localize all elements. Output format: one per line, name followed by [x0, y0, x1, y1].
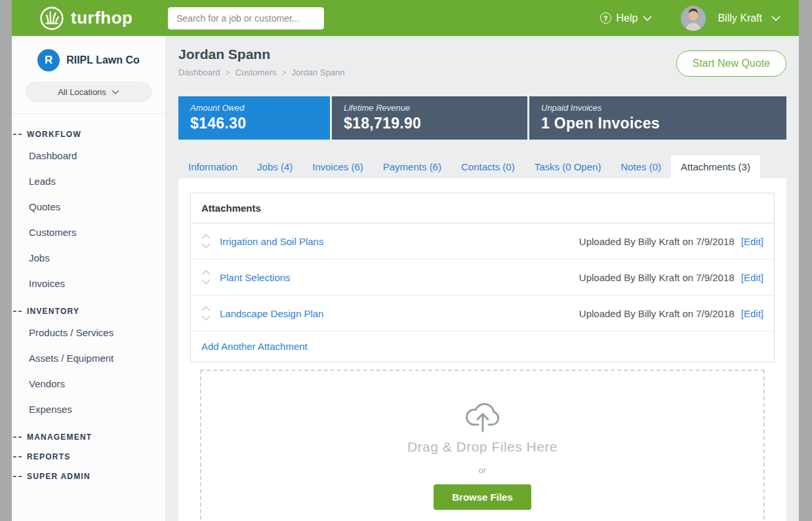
global-search	[168, 7, 324, 29]
user-menu-chevron-icon[interactable]	[771, 16, 781, 21]
breadcrumb-item[interactable]: Customers	[235, 68, 277, 77]
sidebar-section-header: MANAGEMENT	[12, 433, 165, 442]
section-dash-icon	[13, 476, 22, 477]
dropzone-or-label: or	[479, 465, 487, 475]
search-input[interactable]	[168, 7, 324, 29]
help-label: Help	[617, 12, 638, 24]
tab-notes-0[interactable]: Notes (0)	[611, 155, 671, 178]
attachment-meta: Uploaded By Billy Kraft on 7/9/2018 [Edi…	[579, 308, 763, 319]
attachment-name-link[interactable]: Irrigation and Soil Plans	[220, 236, 323, 247]
stat-box: Lifetime Revenue$18,719.90	[332, 96, 527, 140]
breadcrumb-item[interactable]: Jordan Spann	[292, 68, 345, 77]
sidebar-section-label: INVENTORY	[27, 307, 79, 316]
logo-wordmark: turfhop	[71, 8, 132, 28]
move-up-icon[interactable]	[201, 306, 211, 311]
file-dropzone[interactable]: Drag & Drop Files Here or Browse Files	[200, 370, 765, 521]
help-icon: ?	[600, 12, 611, 24]
sidebar-section-header: INVENTORY	[12, 307, 165, 316]
cloud-upload-icon	[461, 398, 504, 433]
move-down-icon[interactable]	[201, 243, 211, 248]
breadcrumb: Dashboard>Customers>Jordan Spann	[178, 68, 344, 77]
page-title: Jordan Spann	[178, 47, 344, 62]
sidebar: R RIIPL Lawn Co All Locations WORKFLOWDa…	[12, 36, 166, 521]
add-attachment-row: Add Another Attachment	[191, 332, 774, 362]
browse-files-button[interactable]: Browse Files	[434, 484, 531, 510]
sidebar-item-dashboard[interactable]: Dashboard	[12, 143, 165, 168]
tab-payments-6[interactable]: Payments (6)	[373, 155, 451, 178]
sidebar-item-jobs[interactable]: Jobs	[12, 245, 165, 271]
sidebar-item-invoices[interactable]: Invoices	[12, 271, 165, 296]
stat-box: Unpaid Invoices1 Open Invoices	[529, 96, 786, 140]
section-dash-icon	[13, 311, 22, 312]
locations-dropdown[interactable]: All Locations	[26, 82, 152, 102]
attachment-name-link[interactable]: Landscape Design Plan	[220, 308, 323, 319]
move-down-icon[interactable]	[201, 315, 211, 320]
attachment-row: Plant SelectionsUploaded By Billy Kraft …	[191, 260, 774, 296]
chevron-down-icon	[112, 90, 119, 94]
stat-value: $146.30	[190, 115, 318, 132]
reorder-handle[interactable]	[201, 306, 211, 320]
sidebar-item-leads[interactable]: Leads	[12, 168, 165, 194]
sidebar-section-label: REPORTS	[27, 452, 70, 461]
tab-attachments-3[interactable]: Attachments (3)	[671, 155, 760, 178]
sidebar-nav: WORKFLOWDashboardLeadsQuotesCustomersJob…	[12, 114, 165, 481]
sidebar-item-quotes[interactable]: Quotes	[12, 194, 165, 220]
page-header: Jordan Spann Dashboard>Customers>Jordan …	[178, 36, 786, 96]
sidebar-item-products-services[interactable]: Products / Services	[12, 320, 165, 345]
attachment-edit-link[interactable]: [Edit]	[739, 308, 763, 319]
breadcrumb-item[interactable]: Dashboard	[178, 68, 220, 77]
main-content: Jordan Spann Dashboard>Customers>Jordan …	[166, 36, 799, 521]
top-navbar: turfhop ? Help Billy Kraft	[12, 0, 799, 36]
sidebar-section-header: WORKFLOW	[12, 130, 165, 139]
breadcrumb-separator-icon: >	[281, 68, 286, 77]
reorder-handle[interactable]	[201, 270, 211, 284]
move-up-icon[interactable]	[201, 234, 211, 239]
sidebar-section-label: SUPER ADMIN	[27, 472, 91, 481]
add-another-attachment-link[interactable]: Add Another Attachment	[201, 341, 308, 352]
tab-contacts-0[interactable]: Contacts (0)	[451, 155, 525, 178]
sidebar-section-header: SUPER ADMIN	[12, 472, 165, 481]
section-dash-icon	[13, 134, 22, 135]
tab-invoices-6[interactable]: Invoices (6)	[302, 155, 373, 178]
start-new-quote-button[interactable]: Start New Quote	[676, 50, 786, 77]
tab-jobs-4[interactable]: Jobs (4)	[247, 155, 302, 178]
attachments-panel-title: Attachments	[191, 193, 774, 223]
stats-bar: Amount Owed$146.30Lifetime Revenue$18,71…	[178, 96, 786, 140]
sidebar-section-label: WORKFLOW	[27, 130, 81, 139]
tab-content-card: Attachments Irrigation and Soil PlansUpl…	[178, 178, 786, 521]
tab-information[interactable]: Information	[178, 155, 247, 178]
brand-logo[interactable]: turfhop	[12, 6, 166, 31]
attachment-edit-link[interactable]: [Edit]	[739, 272, 763, 283]
company-header: R RIIPL Lawn Co All Locations	[12, 36, 165, 114]
locations-label: All Locations	[58, 87, 106, 97]
breadcrumb-separator-icon: >	[226, 68, 230, 77]
topbar-right: ? Help Billy Kraft	[600, 6, 799, 31]
company-avatar: R	[37, 49, 60, 71]
avatar[interactable]	[681, 6, 706, 31]
tab-bar: InformationJobs (4)Invoices (6)Payments …	[178, 155, 786, 178]
window-edge-right	[799, 0, 812, 521]
move-up-icon[interactable]	[201, 270, 211, 275]
sidebar-item-expenses[interactable]: Expenses	[12, 396, 165, 422]
tab-tasks-0-open[interactable]: Tasks (0 Open)	[525, 155, 611, 178]
attachments-panel: Attachments Irrigation and Soil PlansUpl…	[190, 193, 775, 362]
attachment-edit-link[interactable]: [Edit]	[739, 236, 763, 247]
sidebar-item-assets-equipment[interactable]: Assets / Equipment	[12, 345, 165, 371]
reorder-handle[interactable]	[201, 234, 211, 248]
stat-box: Amount Owed$146.30	[178, 96, 330, 140]
stat-label: Unpaid Invoices	[541, 103, 775, 113]
turfhop-grass-icon	[39, 6, 64, 31]
sidebar-section-label: MANAGEMENT	[27, 433, 92, 442]
attachment-meta: Uploaded By Billy Kraft on 7/9/2018 [Edi…	[579, 236, 763, 247]
move-down-icon[interactable]	[201, 279, 211, 284]
sidebar-item-customers[interactable]: Customers	[12, 220, 165, 245]
stat-label: Lifetime Revenue	[344, 103, 516, 113]
stat-value: 1 Open Invoices	[541, 115, 775, 132]
attachment-name-link[interactable]: Plant Selections	[220, 272, 291, 283]
company-name: RIIPL Lawn Co	[66, 54, 140, 66]
avatar-photo	[681, 6, 706, 31]
attachment-row: Landscape Design PlanUploaded By Billy K…	[191, 296, 774, 332]
help-menu[interactable]: ? Help	[600, 12, 653, 24]
stat-label: Amount Owed	[190, 103, 318, 113]
sidebar-item-vendors[interactable]: Vendors	[12, 371, 165, 396]
